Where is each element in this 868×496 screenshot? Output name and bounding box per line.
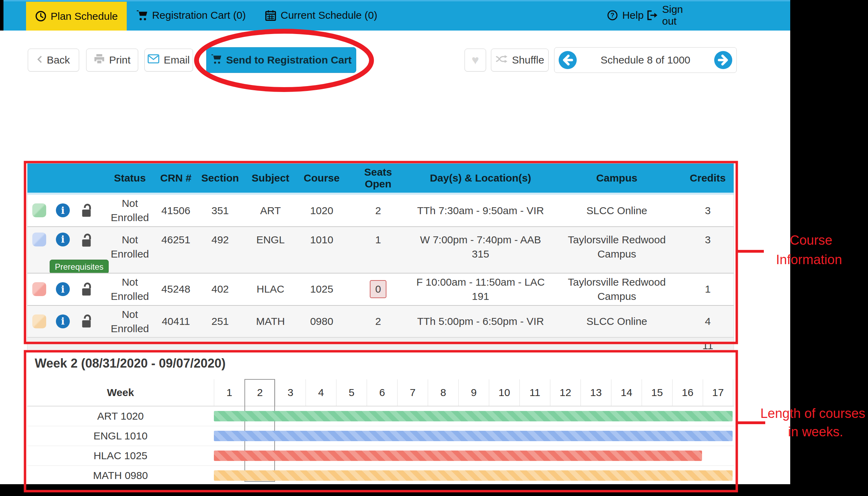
week-chart-title: Week 2 (08/31/2020 - 09/07/2020): [27, 350, 734, 379]
course-duration-bar[interactable]: [214, 431, 733, 441]
back-button[interactable]: Back: [28, 49, 79, 72]
week-number-columns: 1234567891011121314151617: [214, 379, 733, 406]
cell-credits: 3: [682, 195, 734, 226]
week-column-header[interactable]: 1: [214, 379, 244, 406]
chart-bar-area: [214, 406, 734, 426]
tab-label: Plan Schedule: [51, 10, 118, 22]
email-label: Email: [164, 54, 190, 66]
sign-out-label: Sign out: [662, 3, 694, 27]
tab-label: Registration Cart (0): [152, 9, 246, 21]
help-icon: ?: [607, 10, 618, 21]
info-icon[interactable]: i: [56, 233, 70, 246]
cell-days: W 7:00pm - 7:40pm - AAB 315: [409, 227, 552, 273]
week-column-header[interactable]: 17: [703, 379, 733, 406]
cell-subject: HLAC: [244, 274, 297, 305]
print-label: Print: [109, 54, 131, 66]
course-color-swatch: [32, 282, 46, 296]
previous-schedule-button[interactable]: [559, 51, 577, 69]
week-column-header[interactable]: 11: [519, 379, 550, 406]
week-column-header[interactable]: 5: [336, 379, 367, 406]
schedule-planner-app: Plan Schedule Registration Cart (0) Curr…: [0, 0, 790, 484]
cell-section: 492: [196, 227, 244, 273]
unlock-icon[interactable]: [80, 233, 92, 248]
tab-current-schedule[interactable]: Current Schedule (0): [262, 0, 380, 31]
table-row: iNot Enrolled40411251MATH09802TTh 5:00pm…: [27, 305, 734, 337]
screen-edge-strip: [0, 0, 3, 31]
cart-icon: [211, 54, 222, 67]
week-column-header[interactable]: 10: [489, 379, 519, 406]
week-column-header[interactable]: 4: [306, 379, 336, 406]
info-icon[interactable]: i: [56, 314, 70, 328]
info-icon[interactable]: i: [56, 203, 70, 217]
cell-subject: ENGL: [244, 227, 297, 273]
print-button[interactable]: Print: [86, 49, 138, 72]
cell-course: 1010: [297, 227, 347, 273]
chevron-left-icon: [37, 54, 43, 66]
week-column-header[interactable]: 6: [367, 379, 397, 406]
tab-plan-schedule[interactable]: Plan Schedule: [26, 2, 127, 31]
cell-crn: 40411: [156, 306, 196, 337]
course-duration-bar[interactable]: [214, 451, 702, 461]
course-duration-bar[interactable]: [214, 411, 733, 421]
cell-course: 1025: [297, 274, 347, 305]
chart-course-label: HLAC 1025: [27, 446, 214, 465]
course-color-swatch: [32, 314, 46, 328]
shuffle-button[interactable]: Shuffle: [491, 49, 549, 72]
unlock-icon[interactable]: [80, 203, 92, 218]
seats-closed-indicator: 0: [370, 280, 386, 298]
cell-status: Not Enrolled: [104, 306, 156, 337]
cell-seats: 2: [347, 306, 409, 337]
top-nav: Plan Schedule Registration Cart (0) Curr…: [0, 0, 790, 31]
cell-crn: 41506: [156, 195, 196, 226]
cell-days: TTh 7:30am - 9:50am - VIR: [409, 195, 552, 226]
chart-row: ENGL 1010: [27, 426, 734, 446]
cell-seats: 1: [347, 227, 409, 273]
week-length-chart: Week 2 (08/31/2020 - 09/07/2020) Week 12…: [27, 350, 734, 484]
week-column-header[interactable]: 3: [275, 379, 306, 406]
sign-out-link[interactable]: Sign out: [646, 0, 694, 31]
week-column-header[interactable]: 14: [611, 379, 642, 406]
cell-crn: 46251: [156, 227, 196, 273]
row-icons: i: [27, 306, 104, 337]
chart-row: MATH 0980: [27, 465, 734, 484]
schedule-pager: Schedule 8 of 1000: [554, 47, 737, 73]
annotation-text-course-info-line1: Course: [790, 233, 833, 247]
help-link[interactable]: ? Help: [604, 0, 646, 31]
cell-section: 251: [196, 306, 244, 337]
week-column-header[interactable]: 8: [428, 379, 458, 406]
cell-campus: Taylorsville Redwood Campus: [552, 274, 682, 305]
cart-icon: [136, 10, 148, 21]
week-column-header[interactable]: 12: [550, 379, 581, 406]
course-duration-bar[interactable]: [214, 470, 733, 481]
week-column-header[interactable]: 9: [458, 379, 489, 406]
cell-seats: 0: [347, 274, 409, 305]
cell-credits: 3: [682, 227, 734, 273]
chart-bar-area: [214, 446, 734, 465]
week-column-header[interactable]: 7: [397, 379, 428, 406]
week-column-header[interactable]: 13: [581, 379, 611, 406]
favorite-button[interactable]: ♥: [465, 49, 486, 72]
cell-crn: 45248: [156, 274, 196, 305]
week-chart-header: Week 1234567891011121314151617: [27, 379, 734, 406]
row-icons: iPrerequisites: [27, 227, 104, 273]
column-header: Subject: [244, 163, 297, 193]
heart-icon: ♥: [471, 53, 479, 67]
chart-course-label: ENGL 1010: [27, 426, 214, 446]
unlock-icon[interactable]: [80, 281, 92, 297]
chart-row: ART 1020: [27, 406, 734, 426]
send-to-registration-cart-button[interactable]: Send to Registration Cart: [206, 47, 356, 73]
selected-week-outline: [244, 379, 275, 482]
chart-bar-area: [214, 426, 734, 446]
next-schedule-button[interactable]: [714, 51, 732, 69]
info-icon[interactable]: i: [56, 282, 70, 296]
course-color-swatch: [32, 233, 46, 246]
week-column-header[interactable]: 16: [672, 379, 703, 406]
unlock-icon[interactable]: [80, 313, 92, 329]
annotated-screenshot-canvas: Plan Schedule Registration Cart (0) Curr…: [0, 0, 868, 496]
email-button[interactable]: Email: [144, 49, 193, 72]
tab-registration-cart[interactable]: Registration Cart (0): [134, 0, 248, 31]
column-header: Section: [196, 163, 244, 193]
cell-subject: ART: [244, 195, 297, 226]
course-table-header: StatusCRN #SectionSubjectCourseSeats Ope…: [27, 163, 734, 195]
week-column-header[interactable]: 15: [642, 379, 672, 406]
